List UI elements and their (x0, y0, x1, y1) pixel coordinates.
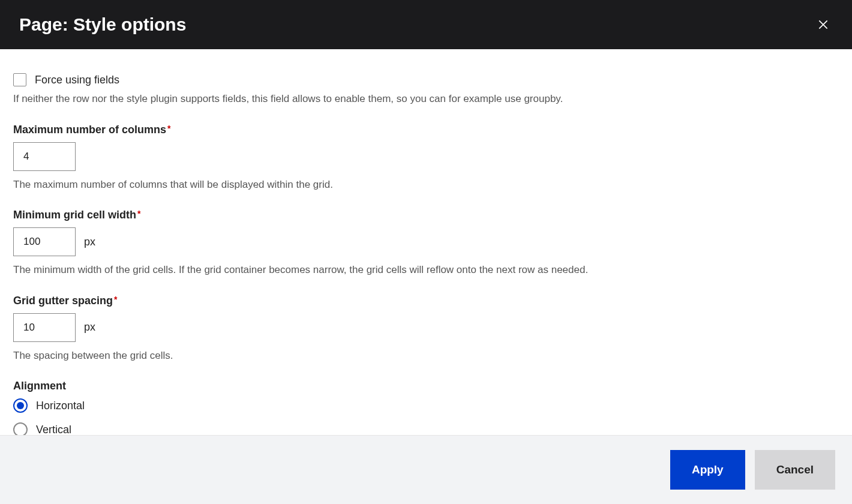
alignment-radio-group: Horizontal Vertical (13, 398, 839, 435)
radio-dot-icon (17, 402, 24, 409)
field-max-columns: Maximum number of columns* The maximum n… (13, 124, 839, 193)
gutter-spacing-label: Grid gutter spacing* (13, 295, 839, 307)
force-fields-description: If neither the row nor the style plugin … (13, 91, 839, 107)
max-columns-input[interactable] (13, 142, 76, 171)
alignment-option-vertical: Vertical (13, 422, 839, 435)
cancel-button[interactable]: Cancel (755, 450, 835, 490)
close-button[interactable] (814, 15, 833, 34)
min-cell-width-description: The minimum width of the grid cells. If … (13, 262, 839, 278)
gutter-spacing-description: The spacing between the grid cells. (13, 348, 839, 364)
required-mark: * (167, 124, 170, 133)
required-mark: * (137, 209, 140, 218)
min-cell-width-label-text: Minimum grid cell width (13, 209, 136, 221)
alignment-label-horizontal: Horizontal (36, 400, 85, 412)
alignment-radio-vertical[interactable] (13, 422, 28, 435)
min-cell-width-input[interactable] (13, 227, 76, 256)
close-icon (817, 19, 829, 31)
alignment-option-horizontal: Horizontal (13, 398, 839, 413)
gutter-spacing-suffix: px (84, 321, 95, 334)
gutter-spacing-input[interactable] (13, 313, 76, 342)
gutter-spacing-label-text: Grid gutter spacing (13, 295, 113, 307)
apply-button[interactable]: Apply (670, 450, 745, 490)
min-cell-width-label: Minimum grid cell width* (13, 209, 839, 221)
field-alignment: Alignment Horizontal Vertical (13, 380, 839, 435)
field-min-cell-width: Minimum grid cell width* px The minimum … (13, 209, 839, 278)
modal-header: Page: Style options (0, 0, 852, 49)
field-gutter-spacing: Grid gutter spacing* px The spacing betw… (13, 295, 839, 364)
force-fields-label: Force using fields (35, 74, 119, 86)
checkbox-row: Force using fields (13, 73, 839, 86)
min-cell-width-suffix: px (84, 236, 95, 248)
max-columns-label: Maximum number of columns* (13, 124, 839, 136)
alignment-label: Alignment (13, 380, 839, 392)
alignment-label-vertical: Vertical (36, 424, 71, 436)
modal-title: Page: Style options (19, 14, 186, 35)
modal-body: Force using fields If neither the row no… (0, 49, 852, 435)
alignment-radio-horizontal[interactable] (13, 398, 28, 413)
field-force-using-fields: Force using fields If neither the row no… (13, 73, 839, 107)
modal-body-scroll[interactable]: Force using fields If neither the row no… (0, 49, 852, 435)
force-fields-checkbox[interactable] (13, 73, 26, 86)
max-columns-description: The maximum number of columns that will … (13, 177, 839, 193)
modal-footer: Apply Cancel (0, 435, 852, 504)
required-mark: * (114, 295, 117, 304)
max-columns-label-text: Maximum number of columns (13, 124, 166, 136)
